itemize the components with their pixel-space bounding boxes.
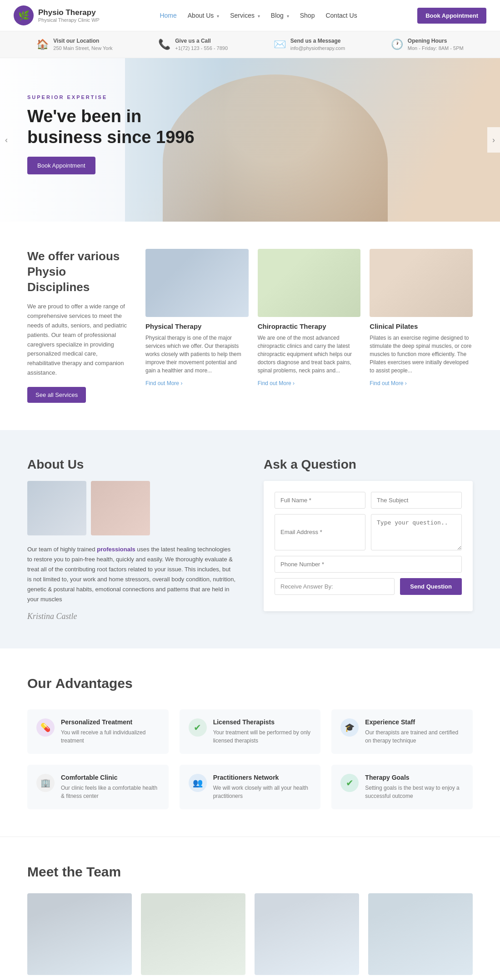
hero-book-button[interactable]: Book Appointment: [27, 157, 95, 174]
service-img-2: [258, 249, 361, 317]
services-cards: Physical Therapy Physical therapy is one…: [145, 249, 473, 403]
hero-prev-arrow[interactable]: ‹: [0, 127, 13, 153]
service-link-1[interactable]: Find out More: [145, 380, 182, 386]
advantage-desc-2: Your treatment will be performed by only…: [213, 728, 312, 745]
about-layout: About Us Our team of highly trained prof…: [27, 457, 473, 622]
about-description: Our team of highly trained professionals…: [27, 544, 236, 605]
navbar: 🌿 Physio Therapy Physical Therapy Clinic…: [0, 0, 500, 31]
team-img-3: [255, 893, 359, 975]
advantage-desc-1: You will receive a full individualized t…: [61, 728, 160, 745]
personalized-icon: 💊: [36, 718, 55, 737]
team-card-4: Anthony Wills Chiropractor I also had a …: [368, 893, 473, 980]
service-card-3: Clinical Pilates Pilates is an exercise …: [370, 249, 473, 403]
form-row-1: [275, 492, 462, 509]
email-icon: ✉️: [274, 39, 286, 50]
nav-blog[interactable]: Blog ▾: [271, 12, 289, 19]
logo: 🌿 Physio Therapy Physical Therapy Clinic…: [14, 5, 100, 25]
service-title-3: Clinical Pilates: [370, 322, 473, 330]
team-img-1: [27, 893, 132, 975]
about-section: About Us Our team of highly trained prof…: [0, 430, 500, 649]
phone-input[interactable]: [275, 556, 462, 573]
goals-icon: ✔: [340, 774, 359, 792]
advantage-title-3: Experience Staff: [365, 718, 464, 726]
nav-contact[interactable]: Contact Us: [325, 12, 357, 19]
info-email: ✉️ Send us a Message info@physiotherapy.…: [274, 38, 345, 51]
form-row-3: [275, 556, 462, 573]
services-intro: We offer various PhysioDisciplines We ar…: [27, 249, 127, 403]
hero-tagline: SUPERIOR EXPERTISE: [27, 94, 200, 100]
hero-section: SUPERIOR EXPERTISE We've been in busines…: [0, 58, 500, 222]
services-heading: We offer various PhysioDisciplines: [27, 249, 127, 295]
form-row-2: [275, 514, 462, 550]
receive-answer-select[interactable]: Receive Answer By:: [275, 578, 395, 595]
hero-next-arrow[interactable]: ›: [487, 127, 500, 153]
advantage-item-6: ✔ Therapy Goals Setting goals is the bes…: [331, 765, 473, 809]
advantage-item-4: 🏢 Comfortable Clinic Our clinic feels li…: [27, 765, 169, 809]
nav-services[interactable]: Services ▾: [230, 12, 260, 19]
professionals-link[interactable]: professionals: [97, 546, 135, 553]
info-call: 📞 Give us a Call +1(72) 123 - 556 - 7890: [158, 38, 228, 51]
about-heading: About Us: [27, 457, 236, 472]
info-call-detail: +1(72) 123 - 556 - 7890: [175, 45, 228, 51]
see-all-services-button[interactable]: See all Services: [27, 387, 86, 403]
experience-icon: 🎓: [340, 718, 359, 737]
ask-section: Ask a Question Receive Answer By:: [264, 457, 473, 622]
nav-about[interactable]: About Us ▾: [188, 12, 219, 19]
team-card-1: Robert Davis Physical Therapist I starte…: [27, 893, 132, 980]
service-title-1: Physical Therapy: [145, 322, 249, 330]
site-name: Physio Therapy: [38, 8, 100, 17]
about-left: About Us Our team of highly trained prof…: [27, 457, 236, 622]
advantages-section: Our Advantages 💊 Personalized Treatment …: [0, 648, 500, 836]
subject-input[interactable]: [371, 492, 462, 509]
book-appointment-button[interactable]: Book Appointment: [417, 8, 486, 24]
service-link-3[interactable]: Find out More: [370, 380, 406, 386]
advantages-heading: Our Advantages: [27, 676, 473, 691]
services-layout: We offer various PhysioDisciplines We ar…: [27, 249, 473, 403]
question-textarea[interactable]: [371, 514, 462, 550]
team-img-4: [368, 893, 473, 975]
ask-heading: Ask a Question: [264, 457, 473, 472]
nav-shop[interactable]: Shop: [300, 12, 315, 19]
send-question-button[interactable]: Send Question: [400, 578, 462, 595]
advantage-desc-6: Setting goals is the best way to enjoy a…: [365, 784, 464, 800]
info-email-title: Send us a Message: [290, 38, 345, 44]
info-location-title: Visit our Location: [53, 38, 112, 44]
nav-home[interactable]: Home: [160, 12, 176, 19]
service-card-1: Physical Therapy Physical therapy is one…: [145, 249, 249, 403]
hero-title: We've been in business since 1996: [27, 106, 200, 148]
full-name-input[interactable]: [275, 492, 365, 509]
team-section: Meet the Team Robert Davis Physical Ther…: [0, 836, 500, 980]
service-card-2: Chiropractic Therapy We are one of the m…: [258, 249, 361, 403]
email-input[interactable]: [275, 514, 365, 550]
info-location: 🏠 Visit our Location 250 Main Street, Ne…: [36, 38, 112, 51]
service-link-2[interactable]: Find out More: [258, 380, 295, 386]
logo-icon: 🌿: [14, 5, 34, 25]
service-desc-1: Physical therapy is one of the major ser…: [145, 334, 249, 375]
advantage-title-4: Comfortable Clinic: [61, 774, 160, 781]
service-title-2: Chiropractic Therapy: [258, 322, 361, 330]
info-bar: 🏠 Visit our Location 250 Main Street, Ne…: [0, 31, 500, 58]
advantage-title-1: Personalized Treatment: [61, 718, 160, 726]
team-grid: Robert Davis Physical Therapist I starte…: [27, 893, 473, 980]
team-card-3: Kristina Castle Physical Therapist As a …: [255, 893, 359, 980]
about-img-2: [91, 481, 150, 535]
nav-links: Home About Us ▾ Services ▾ Blog ▾ Shop C…: [160, 12, 357, 19]
team-card-2: Helen Wilmore Massage Therapist I chose …: [141, 893, 245, 980]
info-hours: 🕐 Opening Hours Mon - Friday: 8AM - 5PM: [391, 38, 464, 51]
ask-form: Receive Answer By: Send Question: [264, 481, 473, 611]
advantages-grid: 💊 Personalized Treatment You will receiv…: [27, 709, 473, 809]
location-icon: 🏠: [36, 39, 49, 50]
advantage-desc-4: Our clinic feels like a comfortable heal…: [61, 784, 160, 800]
about-images: [27, 481, 236, 535]
advantage-item-5: 👥 Practitioners Network We will work clo…: [180, 765, 321, 809]
hero-content: SUPERIOR EXPERTISE We've been in busines…: [27, 94, 200, 174]
site-tagline: Physical Therapy Clinic WP: [38, 17, 100, 23]
advantage-desc-3: Our therapists are trained and certified…: [365, 728, 464, 745]
info-location-detail: 250 Main Street, New York: [53, 45, 112, 51]
services-section: We offer various PhysioDisciplines We ar…: [0, 222, 500, 430]
service-img-1: [145, 249, 249, 317]
signature: Kristina Castle: [27, 612, 236, 621]
advantage-item-1: 💊 Personalized Treatment You will receiv…: [27, 709, 169, 754]
advantage-title-5: Practitioners Network: [213, 774, 312, 781]
advantage-item-3: 🎓 Experience Staff Our therapists are tr…: [331, 709, 473, 754]
